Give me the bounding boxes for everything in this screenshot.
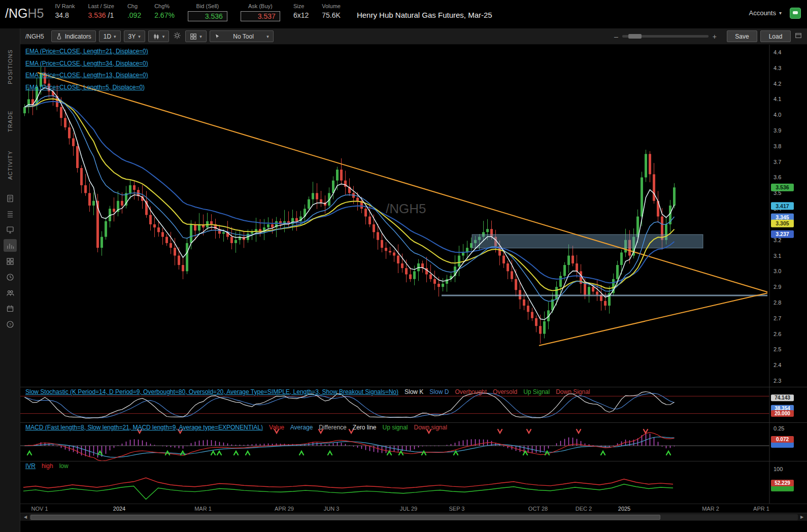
people-icon[interactable]: [4, 286, 17, 299]
svg-text:74.143: 74.143: [775, 395, 790, 401]
zoom-slider[interactable]: [622, 35, 709, 38]
study-plot-label[interactable]: Up signal: [382, 424, 408, 431]
chart-scrollbar[interactable]: ◀ ▶: [20, 513, 807, 521]
price-chart-pane[interactable]: /NGH54.44.34.24.14.03.93.83.73.63.53.43.…: [20, 45, 807, 387]
scroll-track[interactable]: [29, 514, 798, 520]
symbol-label: /NGH5: [5, 3, 44, 23]
study-plot-label[interactable]: Value: [269, 424, 284, 431]
svg-text:3.9: 3.9: [774, 127, 781, 134]
timeframe-dropdown[interactable]: 1D▾: [99, 30, 121, 42]
stochastic-study-label: Slow Stochastic (K Period=14, D Period=9…: [25, 388, 590, 395]
ema-study-labels: EMA (Price=CLOSE, Length=21, Displace=0)…: [25, 48, 148, 95]
monitor-icon[interactable]: [4, 223, 17, 236]
svg-text:2.3: 2.3: [774, 378, 781, 384]
study-plot-label[interactable]: Average: [290, 424, 313, 431]
sidebar-tab-trade[interactable]: TRADE: [7, 88, 13, 132]
chart-icon[interactable]: [4, 239, 17, 252]
quote-field-ask-buy-[interactable]: Ask (Buy)3.537: [241, 3, 280, 21]
quote-field-last-size: Last / Size3.536 /1: [88, 3, 114, 21]
scroll-left-arrow[interactable]: ◀: [21, 515, 29, 519]
ema-study-label[interactable]: EMA (Price=CLOSE, Length=34, Displace=0): [25, 60, 148, 67]
symbol-contract: H5: [27, 6, 44, 20]
time-axis-label: OCT 28: [528, 506, 548, 512]
notes-icon[interactable]: [4, 192, 17, 205]
chart-region[interactable]: /NGH54.44.34.24.14.03.93.83.73.63.53.43.…: [20, 45, 807, 521]
load-button[interactable]: Load: [760, 30, 791, 42]
left-sidebar: POSITIONSTRADEACTIVITY ?: [0, 28, 20, 532]
study-plot-label[interactable]: Difference: [319, 424, 346, 431]
settings-gear-icon[interactable]: [172, 31, 182, 41]
svg-text:0.25: 0.25: [774, 425, 784, 431]
study-plot-label[interactable]: Oversold: [493, 388, 517, 395]
quote-field-label: Size: [293, 3, 309, 9]
history-icon[interactable]: [4, 271, 17, 283]
study-plot-label[interactable]: low: [59, 462, 69, 470]
svg-text:3.0: 3.0: [774, 268, 781, 274]
scroll-handle[interactable]: [30, 515, 660, 520]
range-dropdown[interactable]: 3Y▾: [124, 30, 145, 42]
calendar-icon[interactable]: [4, 302, 17, 315]
svg-text:3.6: 3.6: [774, 174, 781, 180]
quote-field-bid-sell-[interactable]: Bid (Sell)3.536: [188, 3, 227, 21]
candlestick-icon: [153, 33, 160, 40]
zoom-slider-handle[interactable]: [628, 34, 642, 39]
zoom-out-button[interactable]: –: [614, 32, 618, 41]
svg-text:2.7: 2.7: [774, 315, 781, 321]
quote-field-value[interactable]: 3.537: [241, 11, 280, 21]
study-plot-label[interactable]: high: [42, 462, 53, 470]
quote-field-label: Chg%: [154, 3, 175, 9]
zoom-in-button[interactable]: +: [713, 32, 717, 41]
ema-study-label[interactable]: EMA (Price=CLOSE, Length=13, Displace=0): [25, 72, 148, 79]
ivr-pane[interactable]: 10052.229: [20, 461, 807, 504]
quote-field-value[interactable]: 3.536: [188, 11, 227, 21]
study-plot-label[interactable]: Up Signal: [523, 388, 550, 395]
accounts-menu[interactable]: Accounts▾: [749, 9, 782, 17]
zoom-control: – +: [614, 32, 717, 41]
drawing-tool-dropdown[interactable]: No Tool ▾: [210, 30, 274, 42]
indicators-button[interactable]: Indicators: [51, 30, 96, 42]
svg-text:3.345: 3.345: [776, 214, 789, 220]
svg-text:20.000: 20.000: [775, 411, 790, 416]
grid-layout-dropdown[interactable]: ▾: [185, 30, 207, 42]
study-plot-label[interactable]: Zero line: [353, 424, 377, 431]
quote-field-label: Bid (Sell): [188, 3, 227, 9]
grid-icon[interactable]: [4, 255, 17, 268]
quote-field-chg-: Chg%2.67%: [154, 3, 175, 21]
study-title: MACD (Fast length=8, Slow length=21, MAC…: [25, 424, 263, 431]
trading-platform-window: /NGH5 IV Rank34.8Last / Size3.536 /1Chg.…: [0, 0, 807, 532]
scroll-right-arrow[interactable]: ▶: [798, 515, 806, 519]
quote-field-label: Ask (Buy): [241, 3, 280, 9]
panel-settings-icon[interactable]: [794, 32, 803, 41]
sidebar-tab-activity[interactable]: ACTIVITY: [7, 136, 13, 180]
help-icon[interactable]: ?: [4, 318, 17, 330]
sidebar-tab-positions[interactable]: POSITIONS: [7, 41, 13, 84]
quote-field-iv-rank: IV Rank34.8: [55, 3, 75, 21]
ema-study-label[interactable]: EMA (Price=CLOSE, Length=5, Displace=0): [25, 84, 148, 91]
time-axis-label: NOV 1: [31, 506, 48, 512]
svg-text:3.417: 3.417: [776, 203, 789, 209]
save-button[interactable]: Save: [727, 30, 757, 42]
support-chat-icon[interactable]: [790, 8, 801, 19]
study-plot-label[interactable]: Slow K: [405, 388, 423, 395]
time-axis-label: JUL 29: [400, 506, 417, 512]
price-axis: 4.44.34.24.14.03.93.83.73.63.53.43.33.23…: [771, 49, 794, 384]
quote-field-value: 6x12: [293, 11, 309, 19]
list-icon[interactable]: [4, 208, 17, 220]
svg-text:2.5: 2.5: [774, 346, 781, 352]
study-plot-label[interactable]: Down signal: [414, 424, 447, 431]
study-plot-label[interactable]: Overbought: [455, 388, 487, 395]
chart-type-dropdown[interactable]: ▾: [148, 30, 170, 42]
quote-field-value: .092: [127, 11, 141, 19]
svg-text:?: ?: [9, 322, 11, 326]
study-plot-label[interactable]: Slow D: [429, 388, 449, 395]
svg-text:2.8: 2.8: [774, 300, 781, 306]
macd-up-signals: [27, 451, 670, 455]
ema-study-label[interactable]: EMA (Price=CLOSE, Length=21, Displace=0): [25, 48, 148, 55]
svg-text:0.072: 0.072: [776, 437, 789, 442]
quote-fields: IV Rank34.8Last / Size3.536 /1Chg.092Chg…: [55, 3, 354, 21]
svg-text:4.1: 4.1: [774, 96, 781, 102]
time-axis-label: DEC 2: [576, 506, 592, 512]
study-plot-label[interactable]: Down Signal: [556, 388, 590, 395]
svg-text:4.4: 4.4: [774, 49, 781, 55]
grid-icon: [190, 33, 197, 40]
